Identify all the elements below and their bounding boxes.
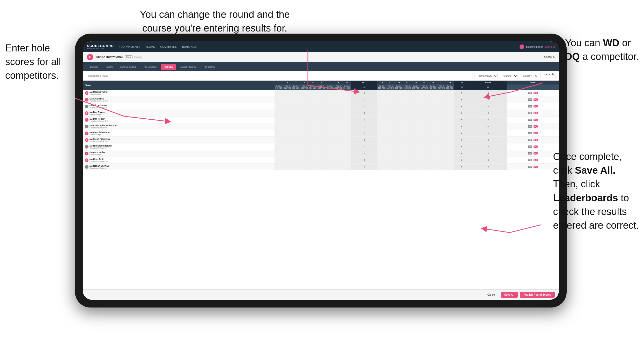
score-hole-18[interactable] <box>446 137 454 143</box>
score-hole-4[interactable] <box>300 150 309 157</box>
score-hole-18[interactable] <box>446 90 454 96</box>
score-hole-1[interactable] <box>275 150 283 157</box>
wd-button[interactable]: WD <box>528 125 532 128</box>
score-hole-4[interactable] <box>300 143 309 150</box>
score-hole-17[interactable] <box>437 157 446 164</box>
score-hole-3[interactable] <box>292 96 300 103</box>
wd-button[interactable]: WD <box>528 166 532 168</box>
score-hole-18[interactable] <box>446 117 454 123</box>
score-hole-2[interactable] <box>283 150 292 157</box>
wd-button[interactable]: WD <box>528 112 532 114</box>
tab-results[interactable]: Results <box>161 64 176 70</box>
score-hole-5[interactable] <box>309 130 317 137</box>
score-hole-9[interactable] <box>343 110 351 117</box>
score-hole-14[interactable] <box>411 123 420 130</box>
score-hole-12[interactable] <box>395 90 403 96</box>
score-hole-14[interactable] <box>411 157 420 164</box>
dq-button[interactable]: DQ <box>534 139 538 141</box>
score-hole-12[interactable] <box>395 130 403 137</box>
tab-leaderboards[interactable]: Leaderboards <box>177 64 199 70</box>
score-hole-4[interactable] <box>300 123 309 130</box>
score-hole-16[interactable] <box>428 96 437 103</box>
score-hole-6[interactable] <box>317 130 326 137</box>
score-hole-4[interactable] <box>300 90 309 96</box>
score-hole-17[interactable] <box>437 143 446 150</box>
score-hole-6[interactable] <box>317 143 326 150</box>
score-hole-7[interactable] <box>326 117 334 123</box>
score-hole-15[interactable] <box>420 137 428 143</box>
score-hole-8[interactable] <box>334 137 343 143</box>
score-hole-4[interactable] <box>300 103 309 110</box>
score-hole-9[interactable] <box>343 117 351 123</box>
score-hole-10[interactable] <box>377 150 386 157</box>
score-hole-1[interactable] <box>275 143 283 150</box>
score-hole-11[interactable] <box>386 103 395 110</box>
score-hole-12[interactable] <box>395 123 403 130</box>
score-hole-4[interactable] <box>300 137 309 143</box>
score-hole-4[interactable] <box>300 157 309 164</box>
score-hole-10[interactable] <box>377 103 386 110</box>
score-hole-18[interactable] <box>446 130 454 137</box>
score-hole-11[interactable] <box>386 157 395 164</box>
wd-button[interactable]: WD <box>528 132 532 134</box>
wd-button[interactable]: WD <box>528 139 532 141</box>
score-hole-13[interactable] <box>403 110 411 117</box>
score-hole-5[interactable] <box>309 103 317 110</box>
score-hole-14[interactable] <box>411 103 420 110</box>
course-select[interactable]: Course A <box>520 73 538 79</box>
score-hole-18[interactable] <box>446 123 454 130</box>
score-hole-5[interactable] <box>309 96 317 103</box>
score-hole-7[interactable] <box>326 157 334 164</box>
dq-button[interactable]: DQ <box>534 105 538 107</box>
score-hole-15[interactable] <box>420 96 428 103</box>
score-hole-5[interactable] <box>309 110 317 117</box>
score-hole-5[interactable] <box>309 137 317 143</box>
filter-by-team-select[interactable]: Filter by team <box>475 73 498 79</box>
dq-button[interactable]: DQ <box>534 132 538 134</box>
score-hole-6[interactable] <box>317 96 326 103</box>
score-hole-9[interactable] <box>343 157 351 164</box>
dq-button[interactable]: DQ <box>534 98 538 101</box>
score-hole-10[interactable] <box>377 96 386 103</box>
score-hole-4[interactable] <box>300 130 309 137</box>
score-hole-8[interactable] <box>334 110 343 117</box>
score-hole-12[interactable] <box>395 110 403 117</box>
score-hole-13[interactable] <box>403 117 411 123</box>
score-hole-9[interactable] <box>343 143 351 150</box>
score-hole-2[interactable] <box>283 96 292 103</box>
score-hole-14[interactable] <box>411 96 420 103</box>
score-hole-11[interactable] <box>386 117 395 123</box>
tab-tee-groups[interactable]: Tee Groups <box>140 64 160 70</box>
score-hole-1[interactable] <box>275 96 283 103</box>
score-hole-17[interactable] <box>437 123 446 130</box>
score-hole-3[interactable] <box>292 117 300 123</box>
score-hole-1[interactable] <box>275 164 283 170</box>
score-hole-1[interactable] <box>275 103 283 110</box>
score-hole-4[interactable] <box>300 117 309 123</box>
score-hole-2[interactable] <box>283 117 292 123</box>
score-hole-2[interactable] <box>283 123 292 130</box>
score-hole-7[interactable] <box>326 96 334 103</box>
score-hole-12[interactable] <box>395 137 403 143</box>
score-hole-1[interactable] <box>275 123 283 130</box>
nav-rankings[interactable]: RANKINGS <box>182 45 197 48</box>
score-hole-7[interactable] <box>326 123 334 130</box>
score-hole-17[interactable] <box>437 150 446 157</box>
score-hole-14[interactable] <box>411 117 420 123</box>
score-hole-13[interactable] <box>403 130 411 137</box>
score-hole-1[interactable] <box>275 130 283 137</box>
score-hole-3[interactable] <box>292 143 300 150</box>
score-hole-5[interactable] <box>309 143 317 150</box>
score-hole-13[interactable] <box>403 103 411 110</box>
score-hole-16[interactable] <box>428 90 437 96</box>
score-hole-8[interactable] <box>334 157 343 164</box>
score-hole-18[interactable] <box>446 164 454 170</box>
score-hole-5[interactable] <box>309 117 317 123</box>
score-hole-10[interactable] <box>377 110 386 117</box>
score-hole-3[interactable] <box>292 150 300 157</box>
score-hole-10[interactable] <box>377 117 386 123</box>
score-hole-9[interactable] <box>343 96 351 103</box>
nav-teams[interactable]: TEAMS <box>145 45 155 48</box>
score-hole-16[interactable] <box>428 143 437 150</box>
score-hole-9[interactable] <box>343 103 351 110</box>
